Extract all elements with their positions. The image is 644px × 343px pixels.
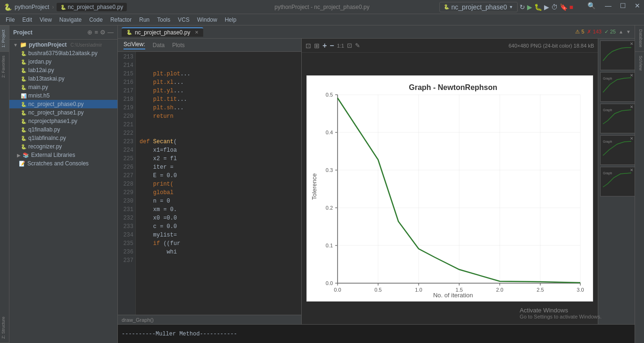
run-config-selector[interactable]: 🐍 nc_project_phase0 ▼	[439, 2, 517, 12]
chevron-down-icon: ▼	[13, 42, 18, 48]
tree-file-q1lab[interactable]: 🐍 q1labfinalnc.py	[9, 134, 117, 142]
code-editor: SciView: Data Plots 213 214 215 216 217 …	[118, 39, 302, 324]
sidebar-project-label[interactable]: 1: Project	[0, 25, 9, 51]
editor-toolbar: 🐍 nc_project_phase0.py ✕ ⚠ 5 ✗ 143 ✓ 25 …	[118, 25, 635, 39]
newton-chart: Graph - NewtonRephson Tolerence No. of i…	[306, 75, 593, 302]
py-file-icon: 🐍	[21, 68, 26, 73]
x-tick-3: 3.0	[577, 287, 584, 293]
run-code-text: ----------Muller Method-----------	[122, 331, 237, 337]
refresh-icon[interactable]: ↻	[520, 3, 525, 11]
file-tab[interactable]: 🐍 nc_project_phase0.py	[57, 3, 127, 11]
chart-container: Graph - NewtonRephson Tolerence No. of i…	[302, 53, 598, 324]
stop-icon[interactable]: ■	[570, 3, 573, 11]
menu-window[interactable]: Window	[193, 16, 221, 24]
panel-close-icon[interactable]: —	[107, 29, 114, 36]
zoom-out-icon[interactable]: −	[330, 41, 334, 50]
x-tick-15: 1.5	[455, 287, 462, 293]
tree-file-main[interactable]: 🐍 main.py	[9, 83, 117, 91]
collapse-icon[interactable]: ≡	[94, 29, 98, 36]
x-tick-05: 0.5	[374, 287, 381, 293]
py-file-icon: 🐍	[21, 76, 26, 82]
menu-navigate[interactable]: Navigate	[56, 16, 85, 24]
menu-edit[interactable]: Edit	[18, 16, 36, 24]
nav-down-icon[interactable]: ▼	[626, 29, 631, 34]
x-tick-2: 2.0	[496, 287, 503, 293]
thumb-3[interactable]: Graph ✕	[600, 104, 635, 133]
tree-external-libs[interactable]: ▶ 📚 External Libraries	[9, 151, 117, 159]
tree-file-lab12ai[interactable]: 🐍 lab12ai.py	[9, 66, 117, 74]
sidebar-structure-label[interactable]: Z: Structure	[0, 313, 9, 343]
tree-file-lab13[interactable]: 🐍 lab13taskai.py	[9, 74, 117, 83]
tree-scratches[interactable]: 📝 Scratches and Consoles	[9, 159, 117, 168]
sciview-tab[interactable]: SciView:	[124, 41, 145, 49]
menu-code[interactable]: Code	[85, 16, 107, 24]
menu-help[interactable]: Help	[221, 16, 240, 24]
project-panel-title: Project	[13, 29, 33, 36]
minimize-button[interactable]: —	[605, 2, 611, 12]
tree-file-ncproject[interactable]: 🐍 ncprojectphase1.py	[9, 117, 117, 125]
data-tab[interactable]: Data	[153, 42, 165, 49]
svg-text:Graph: Graph	[603, 108, 612, 112]
menu-refactor[interactable]: Refactor	[107, 16, 135, 24]
tree-file-mnist[interactable]: 📊 mnist.h5	[9, 91, 117, 100]
nav-up-icon[interactable]: ▲	[619, 29, 623, 34]
bookmark-icon[interactable]: 🔖	[560, 3, 568, 11]
close-button[interactable]: ✕	[635, 2, 640, 12]
thumb-4[interactable]: Graph ✕	[600, 135, 635, 165]
run-icon[interactable]: ▶	[527, 3, 532, 11]
database-label[interactable]: Database	[635, 25, 644, 52]
tree-file-nc1[interactable]: 🐍 nc_project_phase1.py	[9, 108, 117, 117]
actual-size-icon[interactable]: ⊡	[305, 42, 311, 49]
tree-file-q1final[interactable]: 🐍 q1finallab.py	[9, 125, 117, 134]
svg-text:Graph: Graph	[603, 172, 612, 175]
right-thumbnails: ✕ Graph ✕ Graph ✕	[598, 39, 635, 324]
menu-file[interactable]: File	[2, 16, 18, 24]
py-file-icon: 🐍	[21, 59, 26, 65]
tree-file-recognizer[interactable]: 🐍 recognizer.py	[9, 142, 117, 151]
project-name: pythonProject	[15, 4, 49, 10]
sidebar-favorites-label[interactable]: 2: Favorites	[0, 51, 9, 82]
thumb-close-4[interactable]: ✕	[630, 136, 634, 141]
menu-vcs[interactable]: VCS	[174, 16, 193, 24]
thumb-2[interactable]: Graph ✕	[600, 72, 635, 102]
plots-tab[interactable]: Plots	[172, 42, 185, 49]
project-root-item[interactable]: ▼ 📁 pythonProject C:\Users\admir	[9, 41, 117, 49]
settings-icon[interactable]: ⚙	[100, 29, 106, 36]
project-root-path: C:\Users\admir	[71, 42, 102, 48]
x-tick-0: 0.0	[334, 287, 341, 293]
tab-close-icon[interactable]: ✕	[195, 30, 198, 35]
debug-icon[interactable]: 🐛	[534, 3, 542, 11]
thumb-close-3[interactable]: ✕	[630, 105, 634, 109]
project-panel: Project ⊕ ≡ ⚙ — ▼ 📁 pythonProject C:\Use…	[9, 25, 118, 343]
file-tab-active[interactable]: 🐍 nc_project_phase0.py ✕	[122, 27, 203, 37]
tree-file-jordan[interactable]: 🐍 jordan.py	[9, 57, 117, 66]
project-folder-icon: 📁	[20, 41, 27, 48]
menu-run[interactable]: Run	[135, 16, 153, 24]
coverage-icon[interactable]: ▶	[544, 3, 549, 11]
profile-icon[interactable]: ⏱	[551, 3, 558, 11]
zoom-in-icon[interactable]: +	[322, 41, 327, 50]
thumb-1[interactable]: ✕	[600, 41, 635, 70]
menu-view[interactable]: View	[36, 16, 56, 24]
project-root-name: pythonProject	[29, 41, 67, 48]
tree-file-nc0[interactable]: 🐍 nc_project_phase0.py	[9, 100, 117, 108]
thumb-5[interactable]: Graph ✕	[600, 167, 635, 196]
sciview-label[interactable]: SciView	[635, 52, 644, 74]
svg-text:Graph: Graph	[603, 140, 612, 144]
maximize-button[interactable]: ☐	[620, 2, 626, 12]
pencil-icon[interactable]: ✎	[355, 42, 360, 49]
py-file-icon: 🐍	[21, 119, 26, 124]
window-search-icon[interactable]: 🔍	[587, 2, 595, 12]
tree-file-bushra[interactable]: 🐍 bushra63759lab12aitask.py	[9, 49, 117, 57]
code-editor-content[interactable]: plt.plot... plt.xl... plt.yl... plt.tit.…	[136, 52, 301, 315]
thumb-close-2[interactable]: ✕	[630, 73, 634, 78]
thumb-close-1[interactable]: ✕	[630, 41, 634, 46]
add-content-icon[interactable]: ⊕	[87, 29, 92, 36]
py-file-icon: 🐍	[21, 110, 26, 115]
menubar: File Edit View Navigate Code Refactor Ru…	[0, 14, 644, 25]
menu-tools[interactable]: Tools	[153, 16, 174, 24]
chevron-right-icon: ▶	[17, 153, 21, 158]
thumb-close-5[interactable]: ✕	[630, 168, 634, 172]
fit-zoom-icon[interactable]: ⊞	[314, 42, 320, 49]
fit-icon[interactable]: ⊡	[347, 42, 352, 49]
